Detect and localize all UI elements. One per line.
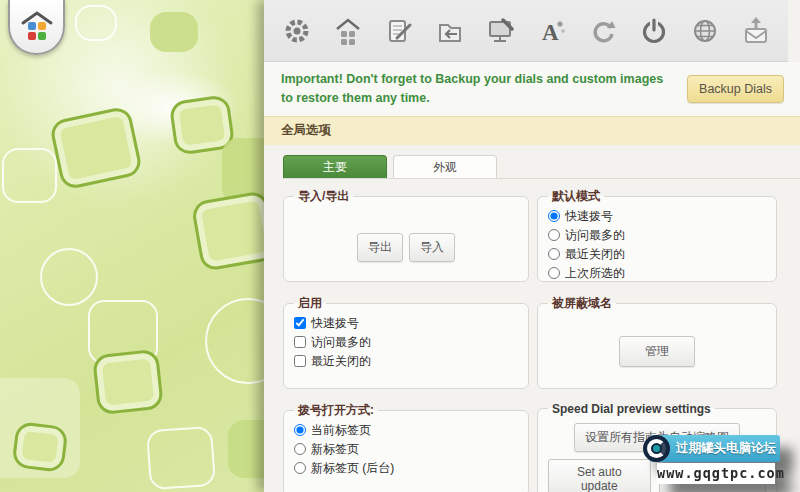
import-folder-icon[interactable] [435, 16, 465, 46]
import-button[interactable]: 导入 [409, 233, 455, 262]
wallpaper-shape [2, 148, 57, 203]
settings-panel: A Important! Don't forget to Backup your… [264, 0, 800, 492]
import-export-legend: 导入/导出 [294, 188, 353, 205]
option-label: 快速拨号 [565, 208, 613, 225]
font-typography-icon[interactable]: A [537, 16, 567, 46]
radio-option[interactable]: 当前标签页 [294, 422, 518, 439]
checkbox-input[interactable] [294, 355, 306, 367]
radio-input[interactable] [548, 229, 560, 241]
option-label: 最近关闭的 [311, 353, 371, 370]
checkbox-option[interactable]: 最近关闭的 [294, 353, 518, 370]
sync-refresh-icon[interactable] [588, 16, 618, 46]
option-label: 快速拨号 [311, 315, 359, 332]
power-icon[interactable] [639, 16, 669, 46]
wallpaper-shape [150, 12, 198, 52]
wallpaper-shape [146, 426, 216, 490]
backup-warning-text: Important! Don't forget to Backup your d… [281, 70, 675, 108]
enable-legend: 启用 [294, 295, 326, 312]
preview-settings-legend: Speed Dial preview settings [548, 402, 715, 416]
option-label: 当前标签页 [311, 422, 371, 439]
wallpaper-shape [205, 298, 264, 384]
import-export-fieldset: 导入/导出 导出 导入 [283, 188, 529, 282]
default-mode-fieldset: 默认模式 快速拨号访问最多的最近关闭的上次所选的 [537, 188, 777, 282]
dial-open-mode-options: 当前标签页新标签页新标签页 (后台) [294, 421, 518, 478]
radio-option[interactable]: 新标签页 (后台) [294, 460, 518, 477]
watermark-overlay: 过期罐头电脑论坛 www.gqgtpc.com [650, 435, 780, 484]
speed-dial-home-logo[interactable] [8, 0, 65, 55]
dial-open-mode-legend: 拨号打开方式: [294, 402, 378, 419]
tab-bar: 主要 外观 [283, 155, 800, 179]
home-dials-icon[interactable] [333, 16, 363, 46]
options-toolbar: A [264, 0, 788, 62]
watermark-logo-icon [643, 435, 670, 462]
dial-open-mode-fieldset: 拨号打开方式: 当前标签页新标签页新标签页 (后台) [283, 402, 529, 492]
radio-input[interactable] [548, 210, 560, 222]
tab-main[interactable]: 主要 [283, 155, 387, 178]
settings-gear-icon[interactable] [282, 16, 312, 46]
enable-options: 快速拨号访问最多的最近关闭的 [294, 314, 518, 371]
wallpaper-shape [40, 248, 98, 306]
manage-blocked-domains-button[interactable]: 管理 [619, 336, 695, 367]
svg-text:A: A [542, 20, 559, 45]
wallpaper-shape [190, 190, 264, 272]
wallpaper-shape [11, 421, 68, 473]
global-options-header: 全局选项 [264, 116, 800, 145]
wallpaper-shape [49, 105, 144, 191]
radio-input[interactable] [294, 443, 306, 455]
set-auto-update-button[interactable]: Set auto update [548, 459, 651, 492]
backup-dials-button[interactable]: Backup Dials [687, 75, 784, 103]
option-label: 访问最多的 [311, 334, 371, 351]
blocked-domains-fieldset: 被屏蔽域名 管理 [537, 295, 777, 389]
display-appearance-icon[interactable] [486, 16, 516, 46]
checkbox-input[interactable] [294, 336, 306, 348]
option-label: 新标签页 [311, 441, 359, 458]
backup-warning-bar: Important! Don't forget to Backup your d… [264, 62, 800, 116]
export-button[interactable]: 导出 [357, 233, 403, 262]
radio-option[interactable]: 上次所选的 [548, 265, 766, 282]
radio-input[interactable] [294, 424, 306, 436]
checkbox-input[interactable] [294, 317, 306, 329]
option-label: 访问最多的 [565, 227, 625, 244]
radio-option[interactable]: 新标签页 [294, 441, 518, 458]
background-wallpaper [0, 0, 264, 492]
option-label: 最近关闭的 [565, 246, 625, 263]
default-mode-options: 快速拨号访问最多的最近关闭的上次所选的 [548, 207, 766, 283]
edit-note-icon[interactable] [384, 16, 414, 46]
default-mode-legend: 默认模式 [548, 188, 604, 205]
watermark-banner: 过期罐头电脑论坛 [650, 435, 780, 462]
option-label: 新标签页 (后台) [311, 460, 394, 477]
watermark-url-text: www.gqgtpc.com [657, 463, 775, 484]
wallpaper-shape [92, 349, 164, 416]
tab-appearance[interactable]: 外观 [393, 155, 497, 178]
radio-input[interactable] [548, 248, 560, 260]
wallpaper-shape [75, 5, 117, 41]
radio-input[interactable] [548, 267, 560, 279]
radio-option[interactable]: 访问最多的 [548, 227, 766, 244]
checkbox-option[interactable]: 访问最多的 [294, 334, 518, 351]
radio-input[interactable] [294, 462, 306, 474]
option-label: 上次所选的 [565, 265, 625, 282]
watermark-forum-text: 过期罐头电脑论坛 [676, 440, 776, 457]
mail-upload-icon[interactable] [741, 16, 771, 46]
radio-option[interactable]: 最近关闭的 [548, 246, 766, 263]
radio-option[interactable]: 快速拨号 [548, 208, 766, 225]
checkbox-option[interactable]: 快速拨号 [294, 315, 518, 332]
wallpaper-shape [228, 420, 264, 478]
home-dials-logo-icon [19, 10, 55, 44]
blocked-domains-legend: 被屏蔽域名 [548, 295, 616, 312]
enable-fieldset: 启用 快速拨号访问最多的最近关闭的 [283, 295, 529, 389]
network-globe-icon[interactable] [690, 16, 720, 46]
